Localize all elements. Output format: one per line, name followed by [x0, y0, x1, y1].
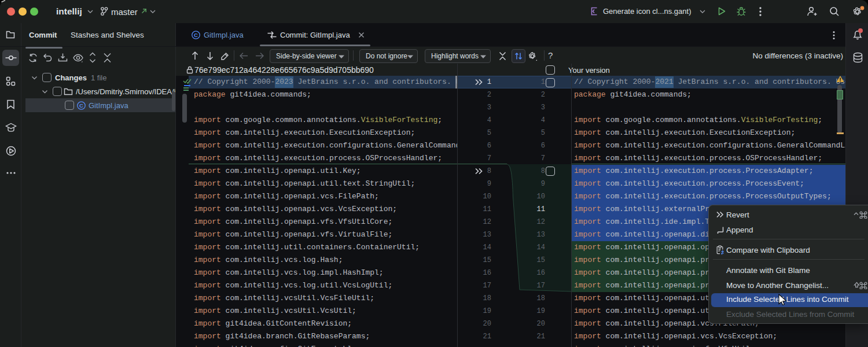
svg-text:C: C — [79, 102, 83, 109]
svg-text:C: C — [194, 32, 198, 38]
